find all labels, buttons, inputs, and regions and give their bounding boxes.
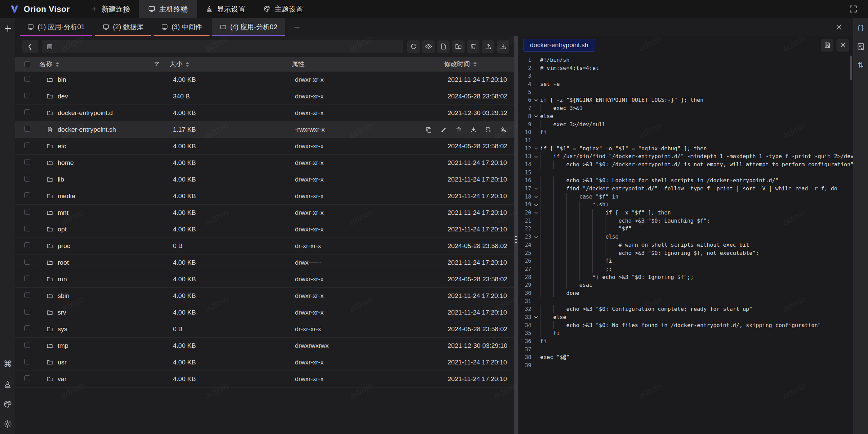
cell-name[interactable]: run <box>39 276 170 283</box>
sort-carets-icon[interactable] <box>186 62 189 67</box>
table-row[interactable]: media 4.00 KB drwxr-xr-x 2021-11-24 17:2… <box>15 188 514 205</box>
row-checkbox[interactable] <box>20 192 39 200</box>
cell-name[interactable]: lib <box>39 176 170 183</box>
row-checkbox[interactable] <box>20 309 39 316</box>
fold-chevron-icon[interactable] <box>534 146 538 151</box>
display-settings-icon[interactable] <box>3 380 13 389</box>
copy-icon[interactable] <box>425 126 432 133</box>
delete-trash-icon[interactable] <box>467 40 479 53</box>
refresh-icon[interactable] <box>407 40 420 53</box>
cell-name[interactable]: sys <box>39 325 170 333</box>
cell-name[interactable]: docker-entrypoint.d <box>39 109 170 117</box>
row-checkbox[interactable] <box>20 109 39 117</box>
session-tab-3[interactable]: (4) 应用-分析02 <box>212 18 285 36</box>
table-row[interactable]: usr 4.00 KB drwxr-xr-x 2021-11-24 17:20:… <box>15 354 514 371</box>
new-file-icon[interactable] <box>437 40 450 53</box>
table-row[interactable]: docker-entrypoint.sh 1.17 KB -rwxrwxr-x <box>15 121 514 138</box>
session-tab-2[interactable]: (3) 中间件 <box>154 18 210 36</box>
menu-item-3[interactable]: 主题设置 <box>254 0 312 18</box>
column-header-2[interactable]: 属性 <box>292 60 444 69</box>
row-checkbox[interactable] <box>20 259 39 266</box>
cell-name[interactable]: etc <box>39 143 170 150</box>
row-checkbox[interactable] <box>20 359 39 366</box>
table-row[interactable]: run 4.00 KB drwxr-xr-x 2024-05-28 23:58:… <box>15 271 514 288</box>
row-checkbox[interactable] <box>20 93 39 100</box>
row-checkbox[interactable] <box>20 375 39 383</box>
sort-carets-icon[interactable] <box>473 62 477 67</box>
row-checkbox[interactable] <box>20 176 39 183</box>
fullscreen-icon[interactable] <box>839 0 868 18</box>
preview-eye-icon[interactable] <box>422 40 435 53</box>
cell-name[interactable]: tmp <box>39 342 170 350</box>
row-checkbox[interactable] <box>20 159 39 167</box>
table-row[interactable]: srv 4.00 KB drwxr-xr-x 2021-11-24 17:20:… <box>15 304 514 321</box>
row-checkbox[interactable] <box>20 226 39 233</box>
panel-splitter[interactable] <box>514 36 518 434</box>
shortcut-command-icon[interactable]: ⌘ <box>3 360 13 370</box>
code-editor[interactable]: 1 #!/bin/sh 2 # vim:sw=4:ts=4:et 3 4 set… <box>518 54 853 434</box>
save-file-icon[interactable] <box>821 39 833 52</box>
table-row[interactable]: lib 4.00 KB drwxr-xr-x 2021-11-24 17:20:… <box>15 171 514 188</box>
new-tab-plus-icon[interactable] <box>3 24 13 33</box>
fold-chevron-icon[interactable] <box>534 186 538 191</box>
permissions-icon[interactable] <box>500 126 507 133</box>
row-checkbox[interactable] <box>20 276 39 283</box>
settings-gear-icon[interactable] <box>3 419 13 429</box>
download-icon[interactable] <box>470 126 477 133</box>
cell-name[interactable]: home <box>39 159 170 167</box>
fold-chevron-icon[interactable] <box>534 203 538 207</box>
fold-chevron-icon[interactable] <box>534 315 538 319</box>
fold-chevron-icon[interactable] <box>534 114 538 118</box>
table-row[interactable]: var 4.00 KB drwxr-xr-x 2021-11-24 17:20:… <box>15 371 514 388</box>
row-checkbox[interactable] <box>20 143 39 150</box>
transfer-list-icon[interactable]: ⇅ <box>856 60 866 70</box>
session-tab-0[interactable]: (1) 应用-分析01 <box>20 18 92 36</box>
row-checkbox[interactable] <box>20 342 39 350</box>
upload-icon[interactable] <box>482 40 494 53</box>
close-panel-icon[interactable] <box>835 18 843 36</box>
fold-chevron-icon[interactable] <box>534 154 538 159</box>
cell-name[interactable]: srv <box>39 309 170 316</box>
row-checkbox[interactable] <box>20 292 39 300</box>
add-tab-icon[interactable] <box>288 18 307 36</box>
cell-name[interactable]: opt <box>39 226 170 233</box>
code-snippets-icon[interactable]: {} <box>856 23 866 33</box>
menu-item-2[interactable]: 显示设置 <box>197 0 254 18</box>
fold-chevron-icon[interactable] <box>534 98 538 102</box>
table-row[interactable]: sbin 4.00 KB drwxr-xr-x 2021-11-24 17:20… <box>15 288 514 304</box>
menu-item-0[interactable]: 新建连接 <box>81 0 139 18</box>
table-row[interactable]: root 4.00 KB drwx------ 2021-11-24 17:20… <box>15 254 514 271</box>
table-row[interactable]: docker-entrypoint.d 4.00 KB drwxr-xr-x 2… <box>15 105 514 121</box>
cell-name[interactable]: proc <box>39 242 170 250</box>
row-checkbox[interactable] <box>20 325 39 333</box>
close-editor-icon[interactable] <box>836 39 849 52</box>
delete-icon[interactable] <box>455 126 462 133</box>
move-icon[interactable] <box>485 126 492 133</box>
column-header-3[interactable]: 修改时间 <box>444 60 509 69</box>
row-checkbox[interactable] <box>20 126 39 133</box>
editor-file-tab[interactable]: docker-entrypoint.sh <box>523 39 595 52</box>
table-row[interactable]: mnt 4.00 KB drwxr-xr-x 2021-11-24 17:20:… <box>15 205 514 221</box>
table-row[interactable]: opt 4.00 KB drwxr-xr-x 2021-11-24 17:20:… <box>15 221 514 238</box>
row-checkbox[interactable] <box>20 209 39 216</box>
table-row[interactable]: etc 4.00 KB drwxr-xr-x 2024-05-28 23:58:… <box>15 138 514 155</box>
row-checkbox[interactable] <box>20 242 39 250</box>
fold-chevron-icon[interactable] <box>534 210 538 215</box>
cell-name[interactable]: bin <box>39 76 170 83</box>
session-tab-1[interactable]: (2) 数据库 <box>95 18 151 36</box>
editor-scrollbar[interactable] <box>850 56 852 80</box>
table-row[interactable]: home 4.00 KB drwxr-xr-x 2021-11-24 17:20… <box>15 155 514 171</box>
cell-name[interactable]: var <box>39 375 170 383</box>
download-icon[interactable] <box>497 40 509 53</box>
row-checkbox[interactable] <box>20 76 39 83</box>
cell-name[interactable]: mnt <box>39 209 170 216</box>
path-input[interactable] <box>56 43 399 50</box>
column-header-1[interactable]: 大小 <box>170 60 292 69</box>
column-header-0[interactable]: 名称 <box>39 60 170 69</box>
sort-carets-icon[interactable] <box>56 62 59 67</box>
fold-chevron-icon[interactable] <box>534 234 538 239</box>
fold-chevron-icon[interactable] <box>534 194 538 199</box>
table-row[interactable]: tmp 4.00 KB drwxrwxrwx 2021-12-30 03:29:… <box>15 338 514 354</box>
select-all-checkbox[interactable] <box>20 61 39 67</box>
table-row[interactable]: proc 0 B dr-xr-xr-x 2024-05-28 23:58:02 <box>15 238 514 254</box>
